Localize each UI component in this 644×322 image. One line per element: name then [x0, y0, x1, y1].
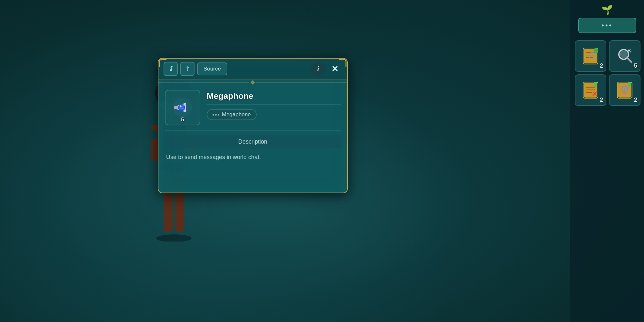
info-tab-icon: ℹ — [169, 65, 172, 73]
svg-point-0 — [156, 234, 192, 242]
svg-rect-53 — [174, 106, 178, 109]
svg-point-59 — [180, 105, 181, 107]
modal-content: 5 Megaphone Megaphone — [158, 85, 347, 193]
svg-point-57 — [182, 108, 184, 109]
slot-1-count: 2 — [600, 62, 603, 69]
tag-dots-icon — [213, 114, 219, 116]
item-name: Megaphone — [207, 91, 341, 101]
source-button[interactable]: Source — [197, 62, 227, 75]
modal-info-button[interactable]: i — [311, 62, 325, 76]
close-icon: ✕ — [331, 64, 338, 74]
description-header: Description — [165, 135, 341, 148]
inventory-grid: 2 5 — [573, 39, 641, 107]
plant-icon: 🌱 — [601, 5, 613, 15]
svg-point-51 — [628, 82, 631, 87]
svg-point-37 — [630, 51, 631, 52]
svg-point-38 — [630, 49, 631, 50]
source-label: Source — [204, 66, 221, 72]
inventory-panel: 🌱 ••• 2 — [570, 0, 644, 322]
shield-scroll-icon — [615, 80, 635, 100]
share-tab-button[interactable]: ⤴ — [180, 62, 194, 76]
item-icon-box: 5 — [165, 90, 200, 125]
info-tab-button[interactable]: ℹ — [164, 62, 178, 76]
modal-info-icon: i — [317, 65, 319, 73]
item-tag-label: Megaphone — [222, 111, 251, 118]
magnifier-icon — [615, 46, 635, 66]
slot-4-count: 2 — [634, 97, 637, 103]
slot-3-count: 2 — [600, 97, 603, 103]
svg-point-46 — [593, 82, 597, 87]
megaphone-item-icon — [170, 95, 195, 120]
quest-scroll-icon — [581, 80, 601, 100]
item-icon-count: 5 — [181, 117, 184, 123]
inventory-slot-3[interactable]: 2 — [575, 74, 606, 106]
item-tag[interactable]: Megaphone — [207, 109, 257, 120]
item-name-divider — [207, 104, 341, 105]
desc-divider — [165, 130, 341, 131]
description-text: Use to send messages in world chat. — [165, 153, 341, 162]
item-row: 5 Megaphone Megaphone — [165, 90, 341, 125]
inventory-top-button[interactable]: ••• — [578, 18, 636, 33]
close-button[interactable]: ✕ — [328, 62, 342, 76]
scroll-map-icon — [581, 46, 601, 66]
header-divider — [158, 80, 347, 85]
inventory-slot-2[interactable]: 5 — [609, 40, 640, 72]
diamond-icon — [251, 80, 255, 85]
dots-icon: ••• — [601, 21, 613, 30]
svg-point-36 — [628, 50, 630, 52]
inventory-slot-1[interactable]: 2 — [575, 40, 606, 72]
svg-line-35 — [627, 58, 631, 62]
share-tab-icon: ⤴ — [186, 65, 189, 73]
item-details: Megaphone Megaphone — [207, 90, 341, 120]
item-info-modal: ℹ ⤴ Source i ✕ — [158, 58, 348, 193]
inventory-slot-4[interactable]: 2 — [609, 74, 640, 106]
modal-header: ℹ ⤴ Source i ✕ — [158, 59, 347, 80]
slot-2-count: 5 — [634, 62, 637, 69]
